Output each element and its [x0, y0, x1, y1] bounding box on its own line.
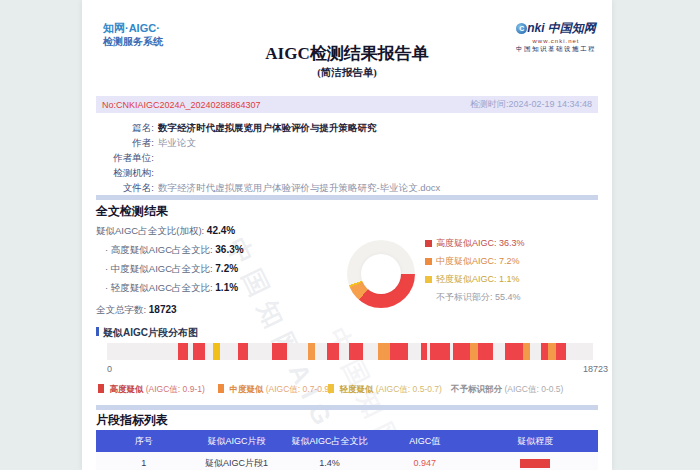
distribution-legend: 高度疑似 (AIGC值: 0.9-1) 中度疑似 (AIGC值: 0.7-0.9…: [82, 384, 612, 396]
report-number: No:CNKIAIGC2024A_20240288864307: [102, 100, 261, 110]
fragment-distribution-bar: [107, 343, 593, 360]
stat-row: · 高度疑似AIGC占全文比: 36.3%: [96, 243, 244, 262]
table-row[interactable]: 1 疑似AIGC片段1 1.4% 0.947: [96, 452, 598, 470]
report-number-bar: No:CNKIAIGC2024A_20240288864307 检测时间:202…: [96, 96, 598, 113]
distribution-segment: [478, 343, 493, 360]
stat-label: · 高度疑似AIGC占全文比:: [105, 244, 213, 255]
table-column-header: 序号: [96, 435, 191, 448]
stat-label: 全文总字数:: [96, 304, 146, 315]
cell-index: 1: [96, 458, 191, 468]
stat-row: 疑似AIGC占全文比(加权): 42.4%: [96, 224, 244, 243]
legend-swatch-icon: [425, 258, 432, 265]
legend-range: (AIGC值: 0.7-0.9): [266, 384, 332, 394]
distribution-section-title: 疑似AIGC片段分布图: [96, 326, 198, 340]
distribution-segment: [378, 343, 390, 360]
distribution-segment: [178, 343, 188, 360]
legend-swatch-icon: [425, 294, 432, 301]
meta-row: 作者: 毕业论文: [96, 135, 440, 150]
cell-aigc-value: 0.947: [377, 458, 472, 468]
legend-swatch-icon: [328, 384, 334, 393]
distribution-legend-item: 轻度疑似 (AIGC值: 0.5-0.7): [328, 384, 442, 396]
meta-label: 作者单位:: [96, 150, 154, 165]
range-end-label: 18723: [548, 364, 608, 374]
donut-legend-item: 轻度疑似AIGC: 1.1%: [425, 270, 525, 288]
table-column-header: AIGC值: [377, 435, 472, 448]
distribution-segment: [470, 343, 478, 360]
legend-text: 不予标识部分: 55.4%: [436, 291, 521, 304]
distribution-segment: [421, 343, 427, 360]
distribution-segment: [238, 343, 248, 360]
legend-range: (AIGC值: 0.9-1): [146, 384, 205, 394]
donut-legend-item: 中度疑似AIGC: 7.2%: [425, 252, 525, 270]
stat-row: 全文总字数: 18723: [96, 303, 244, 322]
cnki-logo-main: Cnki 中国知网: [516, 20, 596, 37]
legend-name: 不予标识部分: [451, 384, 502, 394]
stat-value: 36.3%: [215, 244, 243, 255]
cnki-globe-icon: C: [516, 23, 527, 34]
stat-label: · 轻度疑似AIGC占全文比:: [105, 282, 213, 293]
legend-name: 高度疑似: [109, 384, 143, 394]
meta-value: 毕业论文: [158, 135, 196, 150]
meta-label: 篇名:: [96, 120, 154, 135]
cell-degree: [472, 458, 598, 468]
distribution-segment: [272, 343, 287, 360]
distribution-segment: [390, 343, 408, 360]
document-metadata: 篇名: 数字经济时代虚拟展览用户体验评价与提升策略研究 作者: 毕业论文 作者单…: [96, 120, 440, 195]
section-marker-icon: [96, 327, 99, 336]
distribution-segment: [556, 343, 566, 360]
detection-time: 检测时间:2024-02-19 14:34:48: [470, 98, 592, 111]
stat-row: · 中度疑似AIGC占全文比: 7.2%: [96, 262, 244, 281]
legend-range: (AIGC值: 0.5-0.7): [376, 384, 442, 394]
distribution-segment: [430, 343, 450, 360]
distribution-segment: [213, 343, 220, 360]
cnki-logo-text: nki 中国知网: [527, 21, 596, 35]
distribution-legend-item: 高度疑似 (AIGC值: 0.9-1): [98, 384, 205, 396]
donut-legend-item: 高度疑似AIGC: 36.3%: [425, 234, 525, 252]
meta-row: 作者单位:: [96, 150, 440, 165]
report-background: 中国知网AIGC检测 中国知网AIGC检测 知网·AIGC· 检测服务系统 Cn…: [0, 0, 700, 470]
stat-row: · 轻度疑似AIGC占全文比: 1.1%: [96, 281, 244, 300]
legend-swatch-icon: [98, 384, 104, 393]
legend-text: 高度疑似AIGC: 36.3%: [436, 237, 525, 250]
meta-value: 数字经济时代虚拟展览用户体验评价与提升策略研究: [158, 120, 377, 135]
meta-row: 文件名: 数字经济时代虚拟展览用户体验评价与提升策略研究-毕业论文.docx: [96, 180, 440, 195]
fragment-table: 序号疑似AIGC片段疑似AIGC占全文比AIGC值疑似程度 1 疑似AIGC片段…: [96, 430, 598, 470]
legend-range: (AIGC值: 0-0.5): [504, 384, 563, 394]
fragment-table-header: 序号疑似AIGC片段疑似AIGC占全文比AIGC值疑似程度: [96, 430, 598, 452]
distribution-legend-item: 不予标识部分 (AIGC值: 0-0.5): [451, 384, 563, 396]
cell-fragment: 疑似AIGC片段1: [191, 457, 281, 470]
stat-value: 1.1%: [215, 282, 238, 293]
distribution-title-text: 疑似AIGC片段分布图: [103, 327, 198, 338]
stat-label: 疑似AIGC占全文比(加权):: [96, 225, 204, 236]
distribution-segment: [193, 343, 205, 360]
stat-value: 18723: [149, 304, 177, 315]
distribution-segment: [523, 343, 530, 360]
distribution-legend-item: 中度疑似 (AIGC值: 0.7-0.9): [218, 384, 332, 396]
legend-text: 轻度疑似AIGC: 1.1%: [436, 273, 520, 286]
donut-hole: [361, 254, 401, 294]
meta-value: 数字经济时代虚拟展览用户体验评价与提升策略研究-毕业论文.docx: [158, 180, 440, 195]
aigc-ratio-donut-chart: [347, 240, 415, 308]
distribution-segment: [453, 343, 470, 360]
legend-name: 轻度疑似: [339, 384, 373, 394]
stat-value: 42.4%: [207, 225, 235, 236]
donut-legend-item: 不予标识部分: 55.4%: [425, 288, 525, 306]
fragments-section-title: 片段指标列表: [96, 412, 168, 429]
legend-swatch-icon: [218, 384, 224, 393]
table-column-header: 疑似AIGC片段: [191, 435, 281, 448]
meta-row: 篇名: 数字经济时代虚拟展览用户体验评价与提升策略研究: [96, 120, 440, 135]
meta-label: 检测机构:: [96, 165, 154, 180]
degree-chip: [520, 459, 550, 468]
distribution-segment: [548, 343, 556, 360]
meta-label: 文件名:: [96, 180, 154, 195]
distribution-segment: [505, 343, 523, 360]
full-result-section-title: 全文检测结果: [96, 203, 168, 220]
distribution-segment: [327, 343, 339, 360]
range-start-label: 0: [107, 364, 112, 374]
legend-name: 中度疑似: [229, 384, 263, 394]
cell-ratio: 1.4%: [282, 458, 377, 468]
distribution-segment: [349, 343, 363, 360]
table-column-header: 疑似程度: [472, 435, 598, 448]
distribution-segment: [308, 343, 315, 360]
meta-label: 作者:: [96, 135, 154, 150]
